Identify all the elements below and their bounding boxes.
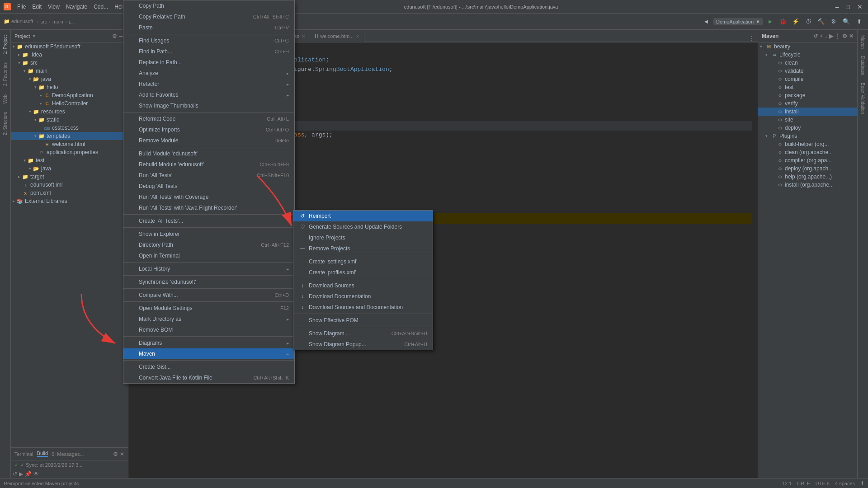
- minimize-button[interactable]: –: [834, 3, 841, 10]
- tree-item[interactable]: ▸ C DemoApplication: [11, 91, 128, 99]
- ctx-menu-item[interactable]: Reformat Code Ctrl+Alt+L: [123, 113, 294, 124]
- ctx-menu-item[interactable]: Remove Module Delete: [123, 135, 294, 146]
- maven-tree-item[interactable]: ⚙ compiler (org.apa...: [758, 156, 857, 164]
- ctx-menu-item[interactable]: Convert Java File to Kotlin File Ctrl+Al…: [123, 372, 294, 383]
- back-button[interactable]: ◄: [701, 16, 712, 27]
- tree-item[interactable]: ▾ 📂 java: [11, 164, 128, 173]
- menu-bar[interactable]: File Edit View Navigate Cod... Help: [14, 3, 128, 11]
- ctx-menu-item[interactable]: Find in Path... Ctrl+H: [123, 46, 294, 57]
- sub-menu-item[interactable]: Create 'profiles.xml': [293, 267, 433, 278]
- build-tab[interactable]: Build: [37, 450, 48, 457]
- ctx-menu-item[interactable]: Local History ▸: [123, 263, 294, 274]
- run-config-selector[interactable]: DemoApplication ▼: [713, 18, 763, 25]
- ctx-menu-item[interactable]: Run 'All Tests' with 'Java Flight Record…: [123, 202, 294, 213]
- maven-tree-item[interactable]: ⚙ deploy (org.apach...: [758, 164, 857, 173]
- sub-menu-item[interactable]: ↓ Download Sources: [293, 280, 433, 291]
- maven-tree-item[interactable]: ⚙ verify: [758, 99, 857, 108]
- tree-item[interactable]: ▾ 📁 src: [11, 59, 128, 67]
- ctx-menu-item[interactable]: Open Module Settings F12: [123, 303, 294, 314]
- sub-menu-item[interactable]: Ignore Projects: [293, 232, 433, 243]
- tab-close-css[interactable]: ✕: [302, 34, 305, 39]
- tree-item[interactable]: ▸ 📚 External Libraries: [11, 197, 128, 205]
- tree-item[interactable]: ▾ 📁 main: [11, 67, 128, 75]
- ctx-menu-item[interactable]: Build Module 'edunusoft': [123, 148, 294, 159]
- tab-welcome[interactable]: H welcome.htm... ✕: [310, 30, 364, 42]
- ctx-menu-item[interactable]: Maven ▸: [123, 348, 294, 359]
- maven-tree-item[interactable]: ⚙ test: [758, 83, 857, 91]
- sidebar-tab-project[interactable]: 1: Project: [1, 32, 9, 58]
- tree-item[interactable]: ▸ 📁 target: [11, 173, 128, 181]
- coverage-button[interactable]: ⚡: [790, 16, 801, 27]
- tree-item[interactable]: ▸ C HelloController: [11, 99, 128, 108]
- build-toolbar-btn2[interactable]: ▶: [19, 471, 23, 477]
- ctx-menu-item[interactable]: Refactor ▸: [123, 79, 294, 89]
- build-toolbar-btn1[interactable]: ↺: [13, 471, 17, 477]
- maven-tree-item[interactable]: ⚙ clean (org.apache...: [758, 148, 857, 156]
- messages-tab[interactable]: 0: Messages...: [52, 451, 84, 457]
- ctx-menu-item[interactable]: Optimize Imports Ctrl+Alt+O: [123, 124, 294, 135]
- close-button[interactable]: ✕: [855, 3, 864, 10]
- ctx-menu-item[interactable]: Add to Favorites ▸: [123, 89, 294, 100]
- profile-button[interactable]: ⏱: [803, 16, 814, 27]
- tree-item[interactable]: ▾ 📁 resources: [11, 108, 128, 116]
- maven-tree-item[interactable]: ⚙ compile: [758, 75, 857, 83]
- sidebar-tab-bean[interactable]: Bean Validation: [859, 79, 867, 117]
- maven-tree-item[interactable]: ⚙ deploy: [758, 124, 857, 132]
- menu-view[interactable]: View: [45, 3, 62, 11]
- build-close-icon[interactable]: ✕: [120, 451, 124, 457]
- tree-item[interactable]: ▾ 📁 edunusoft F:\edunusoft: [11, 42, 128, 51]
- debug-button[interactable]: 🐞: [778, 16, 788, 27]
- sub-menu-item[interactable]: ↓ Download Documentation: [293, 291, 433, 302]
- tree-item[interactable]: ▾ 📁 hello: [11, 83, 128, 91]
- maven-tree-item[interactable]: ⚙ package: [758, 91, 857, 99]
- run-button[interactable]: ►: [765, 16, 776, 27]
- sidebar-tab-database[interactable]: Database: [859, 52, 867, 79]
- ctx-menu-item[interactable]: Compare With... Ctrl+D: [123, 290, 294, 300]
- maximize-button[interactable]: □: [844, 3, 852, 10]
- ctx-menu-item[interactable]: Directory Path Ctrl+Alt+F12: [123, 239, 294, 250]
- tree-item[interactable]: ▸ 📁 .idea: [11, 51, 128, 59]
- tree-item[interactable]: P application.properties: [11, 148, 128, 156]
- tree-item[interactable]: css csstest.css: [11, 124, 128, 132]
- build-button[interactable]: 🔨: [816, 16, 826, 27]
- tree-item[interactable]: ▾ 📁 templates: [11, 132, 128, 140]
- ctx-menu-item[interactable]: Diagrams ▸: [123, 338, 294, 348]
- tree-item[interactable]: ▾ 📂 java: [11, 75, 128, 83]
- search-everywhere[interactable]: 🔍: [841, 16, 852, 27]
- maven-tree-item[interactable]: ⚙ build-helper (org...: [758, 140, 857, 148]
- build-toolbar-pin[interactable]: 📌: [25, 471, 32, 477]
- maven-download-icon[interactable]: ↓: [825, 33, 827, 39]
- tab-close-welcome[interactable]: ✕: [356, 34, 359, 39]
- tree-item[interactable]: ▾ 📁 static: [11, 116, 128, 124]
- maven-tree-item[interactable]: ⚙ site: [758, 116, 857, 124]
- maven-run-icon[interactable]: ▶: [829, 33, 833, 39]
- maven-refresh-icon[interactable]: ↺: [813, 33, 818, 39]
- maven-tree-item[interactable]: ▾ P Plugins: [758, 132, 857, 140]
- menu-navigate[interactable]: Navigate: [63, 3, 90, 11]
- ctx-menu-item[interactable]: Rebuild Module 'edunusoft' Ctrl+Shift+F9: [123, 159, 294, 170]
- ctx-menu-item[interactable]: Show in Explorer: [123, 229, 294, 239]
- sidebar-tab-maven[interactable]: Maven: [859, 32, 867, 52]
- editor-tab-list-icon[interactable]: ⋮: [749, 35, 754, 42]
- maven-settings-icon[interactable]: ⚙: [842, 33, 847, 39]
- ctx-menu-item[interactable]: Analyze ▸: [123, 68, 294, 79]
- ctx-menu-item[interactable]: Synchronize 'edunusoft': [123, 277, 294, 287]
- ctx-menu-item[interactable]: Find Usages Ctrl+G: [123, 35, 294, 46]
- sub-menu-item[interactable]: Show Diagram... Ctrl+Alt+Shift+U: [293, 328, 433, 339]
- menu-file[interactable]: File: [14, 3, 28, 11]
- sidebar-tab-structure[interactable]: Z: Structure: [1, 108, 9, 139]
- ctx-menu-item[interactable]: Paste Ctrl+V: [123, 22, 294, 33]
- ctx-menu-item[interactable]: Run 'All Tests' with Coverage: [123, 192, 294, 202]
- menu-code[interactable]: Cod...: [91, 3, 111, 11]
- build-settings-icon[interactable]: ⚙: [113, 451, 118, 457]
- build-toolbar-eye[interactable]: 👁: [33, 471, 39, 477]
- sub-menu-item[interactable]: Show Diagram Popup... Ctrl+Alt+U: [293, 339, 433, 350]
- maven-tree-item[interactable]: ⚙ clean: [758, 59, 857, 67]
- ctx-menu-item[interactable]: Copy Path: [123, 0, 294, 11]
- git-push-icon[interactable]: ⬆: [860, 480, 864, 486]
- ctx-menu-item[interactable]: Open in Terminal: [123, 250, 294, 261]
- sub-menu-item[interactable]: ♡ Generate Sources and Update Folders: [293, 221, 433, 232]
- ctx-menu-item[interactable]: Create 'All Tests'...: [123, 216, 294, 226]
- sub-menu-item[interactable]: ↺ Reimport: [293, 211, 433, 221]
- run-config-dropdown-icon[interactable]: ▼: [755, 19, 760, 24]
